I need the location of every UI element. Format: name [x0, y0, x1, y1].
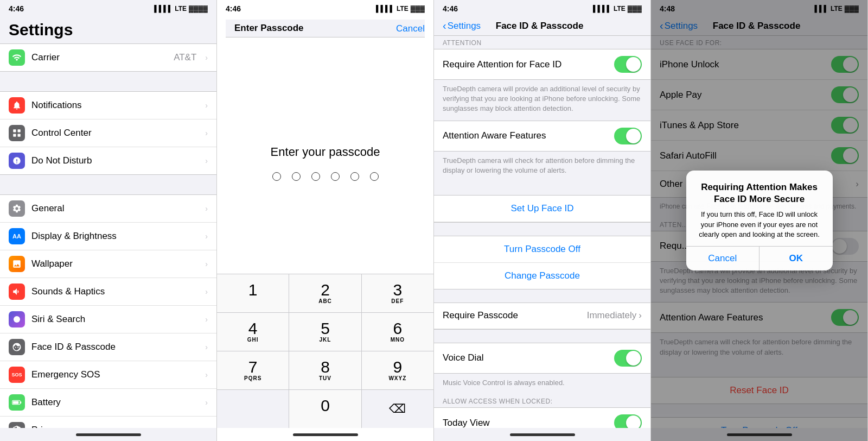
do-not-disturb-row[interactable]: Do Not Disturb ›	[0, 147, 216, 174]
setup-faceid-row[interactable]: Set Up Face ID	[434, 196, 650, 222]
status-bar-3: 4:46 ▌▌▌▌ LTE ▓▓▓	[434, 0, 650, 16]
require-attention-desc: TrueDepth camera will provide an additio…	[434, 80, 650, 121]
key-9[interactable]: 9 WXYZ	[362, 351, 433, 389]
carrier-value: AT&T	[174, 52, 196, 63]
setup-faceid-label: Set Up Face ID	[443, 203, 642, 214]
turn-passcode-off-row[interactable]: Turn Passcode Off	[434, 236, 650, 263]
privacy-row[interactable]: Privacy ›	[0, 417, 216, 428]
key-3[interactable]: 3 DEF	[362, 274, 433, 312]
sounds-chevron: ›	[205, 287, 208, 296]
notifications-section: Notifications › Control Center › Do Not …	[0, 91, 216, 175]
panel-faceid-dialog: 4:48 ▌▌▌ LTE ▓▓▓ ‹ Settings Face ID & Pa…	[651, 0, 868, 441]
back-label-3: Settings	[448, 21, 481, 32]
require-attention-label: Require Attention for Face ID	[443, 59, 614, 70]
home-indicator-2	[217, 428, 433, 441]
key-2[interactable]: 2 ABC	[289, 274, 361, 312]
turn-passcode-off-label: Turn Passcode Off	[443, 244, 642, 255]
faceid-content: ATTENTION Require Attention for Face ID …	[434, 36, 650, 428]
key-1[interactable]: 1	[217, 274, 289, 312]
general-icon	[9, 200, 25, 217]
status-icons-3: ▌▌▌▌ LTE ▓▓▓	[593, 5, 642, 12]
require-attention-row[interactable]: Require Attention for Face ID	[434, 49, 650, 79]
passcode-prompt-text: Enter your passcode	[271, 145, 380, 159]
voice-dial-toggle[interactable]	[614, 350, 642, 367]
general-label: General	[31, 203, 199, 214]
battery-icon-3: ▓▓▓	[628, 5, 642, 12]
require-passcode-chevron: ›	[639, 310, 642, 321]
svg-rect-7	[13, 401, 19, 404]
key-4[interactable]: 4 GHI	[217, 313, 289, 351]
voice-dial-section: Voice Dial	[434, 343, 650, 374]
change-passcode-row[interactable]: Change Passcode	[434, 263, 650, 289]
voice-dial-desc: Music Voice Control is always enabled.	[434, 374, 650, 394]
display-chevron: ›	[205, 232, 208, 241]
battery-row[interactable]: Battery ›	[0, 389, 216, 417]
passcode-prompt-area: Enter your passcode	[217, 41, 433, 274]
attention-dialog: Requiring Attention Makes Face ID More S…	[686, 171, 833, 270]
key-empty	[217, 390, 289, 428]
dot-1	[272, 172, 281, 181]
notifications-row[interactable]: Notifications ›	[0, 92, 216, 119]
attention-aware-toggle[interactable]	[614, 128, 642, 144]
attention-aware-section: Attention Aware Features	[434, 121, 650, 152]
key-5[interactable]: 5 JKL	[289, 313, 361, 351]
signal-icon-3: ▌▌▌▌	[593, 5, 611, 12]
key-6[interactable]: 6 MNO	[362, 313, 433, 351]
gap-f2	[434, 223, 650, 236]
key-7[interactable]: 7 PQRS	[217, 351, 289, 389]
general-section: General › AA Display & Brightness › Wall…	[0, 194, 216, 428]
svg-rect-2	[13, 134, 16, 137]
dialog-buttons: Cancel OK	[686, 246, 833, 270]
control-center-icon	[9, 125, 25, 141]
wallpaper-icon	[9, 256, 25, 272]
display-row[interactable]: AA Display & Brightness ›	[0, 223, 216, 250]
signal-icon-2: ▌▌▌▌	[376, 5, 394, 12]
require-attention-toggle[interactable]	[614, 56, 642, 73]
display-icon: AA	[9, 228, 25, 244]
require-passcode-label: Require Passcode	[443, 310, 587, 321]
attention-aware-row[interactable]: Attention Aware Features	[434, 121, 650, 151]
cancel-button[interactable]: Cancel	[396, 23, 425, 34]
passcode-actions-section: Turn Passcode Off Change Passcode	[434, 236, 650, 289]
today-view-row[interactable]: Today View	[434, 408, 650, 428]
back-button-3[interactable]: ‹ Settings	[443, 20, 481, 32]
emergency-sos-row[interactable]: SOS Emergency SOS ›	[0, 361, 216, 389]
require-passcode-value-area: Immediately ›	[587, 310, 642, 321]
siri-label: Siri & Search	[31, 314, 199, 325]
require-passcode-row[interactable]: Require Passcode Immediately ›	[434, 303, 650, 329]
key-backspace[interactable]: ⌫	[362, 390, 433, 428]
general-row[interactable]: General ›	[0, 195, 216, 223]
display-label: Display & Brightness	[31, 231, 199, 242]
key-0[interactable]: 0	[289, 390, 361, 428]
time-2: 4:46	[226, 4, 241, 13]
signal-icon-1: ▌▌▌▌	[154, 5, 173, 12]
wallpaper-row[interactable]: Wallpaper ›	[0, 250, 216, 278]
home-indicator-1	[0, 428, 216, 441]
today-label: Today View	[443, 418, 614, 428]
carrier-chevron: ›	[205, 53, 208, 62]
today-toggle[interactable]	[614, 414, 642, 428]
faceid-row[interactable]: Face ID & Passcode ›	[0, 333, 216, 361]
battery-icon	[9, 394, 25, 411]
control-center-label: Control Center	[31, 128, 199, 138]
faceid-title: Face ID & Passcode	[481, 21, 598, 32]
carrier-row[interactable]: Carrier AT&T ›	[0, 44, 216, 71]
dot-5	[350, 172, 359, 181]
gap-2	[0, 175, 216, 194]
backspace-icon: ⌫	[389, 402, 406, 416]
passcode-dots	[272, 172, 379, 181]
control-center-row[interactable]: Control Center ›	[0, 119, 216, 147]
siri-row[interactable]: Siri & Search ›	[0, 306, 216, 333]
attention-section-3: Require Attention for Face ID	[434, 49, 650, 80]
dialog-cancel-button[interactable]: Cancel	[686, 247, 760, 270]
carrier-label: Carrier	[31, 52, 167, 63]
key-8[interactable]: 8 TUV	[289, 351, 361, 389]
dialog-ok-button[interactable]: OK	[759, 247, 833, 270]
dot-4	[331, 172, 340, 181]
sounds-row[interactable]: Sounds & Haptics ›	[0, 278, 216, 306]
voice-dial-row[interactable]: Voice Dial	[434, 343, 650, 373]
dialog-overlay: Requiring Attention Makes Face ID More S…	[651, 0, 867, 441]
panel-faceid: 4:46 ▌▌▌▌ LTE ▓▓▓ ‹ Settings Face ID & P…	[434, 0, 651, 441]
gap-1	[0, 72, 216, 91]
gap-f4	[434, 330, 650, 343]
